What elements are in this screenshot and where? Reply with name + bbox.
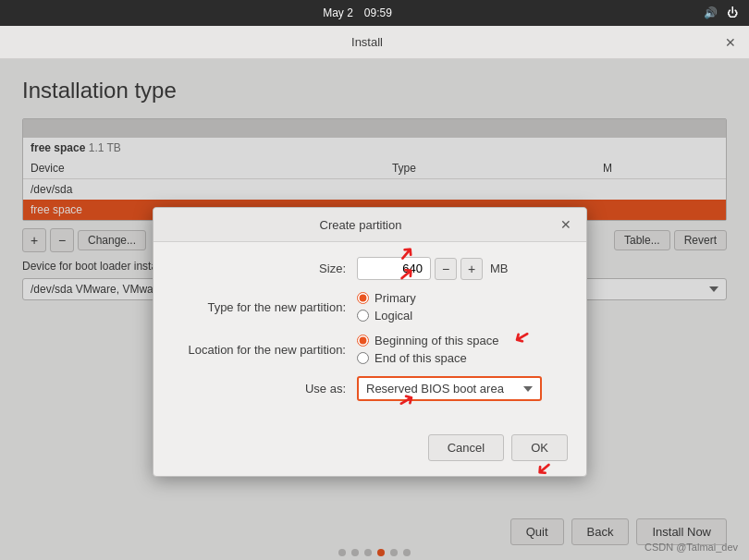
dialog-title: Create partition [320,218,402,232]
use-as-select[interactable]: Reserved BIOS boot area Ext4 journaling … [357,376,542,401]
type-row: Type for the new partition: Primary Logi… [172,291,568,323]
dialog-titlebar: Create partition ✕ [153,208,586,242]
cancel-button[interactable]: Cancel [428,434,504,461]
taskbar: May 2 09:59 🔊 ⏻ [0,0,749,26]
type-primary-option[interactable]: Primary [357,291,416,305]
ok-button[interactable]: OK [511,434,568,461]
location-row: Location for the new partition: Beginnin… [172,334,568,365]
type-label: Type for the new partition: [172,300,357,314]
use-as-row: Use as: Reserved BIOS boot area Ext4 jou… [172,376,568,401]
use-as-label: Use as: [172,382,357,396]
size-unit: MB [490,262,509,275]
location-beginning-option[interactable]: Beginning of this space [357,334,498,347]
volume-icon: 🔊 [704,6,718,19]
taskbar-right: 🔊 ⏻ [704,6,738,19]
window-content: Installation type free space 1.1 TB Devi… [0,59,749,560]
size-input[interactable] [357,257,431,280]
type-logical-option[interactable]: Logical [357,309,416,323]
type-primary-label: Primary [374,291,416,305]
location-end-label: End of this space [374,351,467,365]
size-increase-button[interactable]: + [460,258,483,280]
size-input-group: − + MB [357,257,509,280]
type-radio-group: Primary Logical [357,291,416,323]
main-window: Install ✕ Installation type free space 1… [0,26,749,560]
location-label: Location for the new partition: [172,343,357,357]
type-logical-label: Logical [374,309,412,323]
location-beginning-radio[interactable] [357,335,369,347]
taskbar-date: May 2 [323,6,353,19]
window-title: Install [351,35,383,49]
type-logical-radio[interactable] [357,310,369,322]
location-end-radio[interactable] [357,352,369,364]
size-label: Size: [172,262,357,275]
taskbar-center: May 2 09:59 [323,6,392,19]
location-beginning-label: Beginning of this space [374,334,498,347]
dialog-close-button[interactable]: ✕ [557,215,575,234]
dialog-buttons: Cancel OK [153,427,586,476]
power-icon: ⏻ [727,6,738,19]
type-primary-radio[interactable] [357,292,369,304]
window-titlebar: Install ✕ [0,26,749,59]
location-end-option[interactable]: End of this space [357,351,498,365]
location-radio-group: Beginning of this space End of this spac… [357,334,498,365]
taskbar-time: 09:59 [364,6,392,19]
window-close-button[interactable]: ✕ [723,35,738,50]
create-partition-dialog: Create partition ✕ Size: − + MB Type for [153,207,587,477]
size-decrease-button[interactable]: − [435,258,457,280]
dialog-body: Size: − + MB Type for the new partition: [153,242,586,427]
size-row: Size: − + MB [172,257,568,280]
